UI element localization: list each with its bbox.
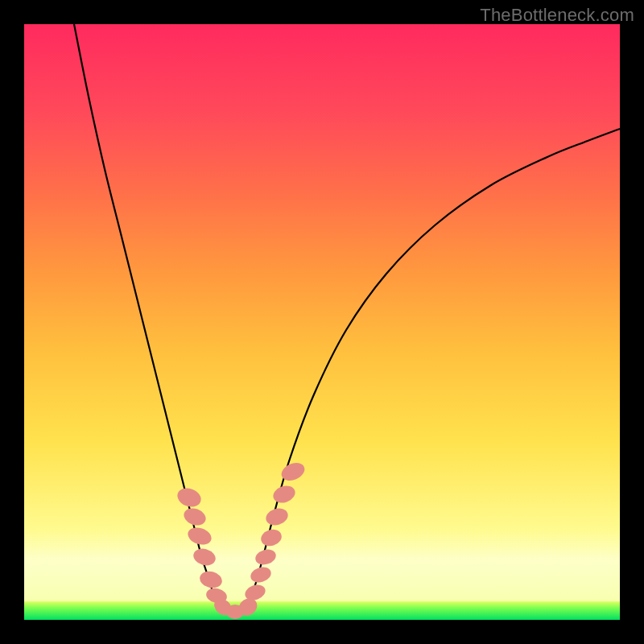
bead	[181, 506, 208, 528]
bead	[186, 525, 214, 547]
bead	[259, 527, 284, 549]
bead	[254, 547, 278, 568]
outer-frame: TheBottleneck.com	[0, 0, 644, 644]
bead	[264, 506, 291, 528]
bead	[198, 569, 224, 590]
bead	[192, 547, 217, 568]
bead	[249, 564, 273, 584]
watermark-text: TheBottleneck.com	[480, 5, 634, 26]
beads-group	[175, 460, 308, 619]
bead	[270, 483, 297, 506]
v-curve	[74, 24, 620, 613]
curve-overlay	[24, 24, 620, 620]
bead	[175, 485, 204, 510]
